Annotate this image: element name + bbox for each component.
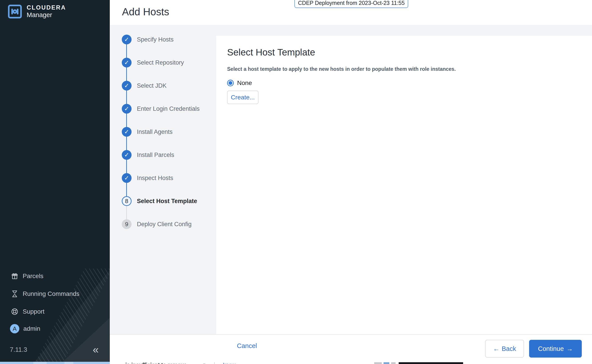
step-label: Specify Hosts <box>137 36 174 43</box>
sidebar-item-label: admin <box>23 325 40 332</box>
horizontal-scrollbar[interactable] <box>0 362 110 364</box>
step-label: Inspect Hosts <box>137 175 173 182</box>
step-label: Select JDK <box>137 82 167 89</box>
content-description: Select a host template to apply to the n… <box>227 66 456 72</box>
collapse-sidebar-icon[interactable]: « <box>93 343 99 356</box>
sidebar-item-label: Parcels <box>23 273 43 280</box>
wizard-step-select-host-template[interactable]: 8Select Host Template <box>110 196 216 206</box>
wizard-step-select-jdk[interactable]: ✓Select JDK <box>110 81 216 91</box>
create-template-button[interactable]: Create... <box>227 91 258 104</box>
step-check-icon: ✓ <box>122 150 132 160</box>
wizard-step-install-agents[interactable]: ✓Install Agents <box>110 127 216 137</box>
sidebar-item-admin[interactable]: Aadmin <box>0 320 110 338</box>
hourglass-icon <box>11 290 19 298</box>
step-number: 9 <box>122 219 132 229</box>
wizard-steps-nav: ✓Specify Hosts✓Select Repository✓Select … <box>110 25 216 334</box>
wizard-step-select-repository[interactable]: ✓Select Repository <box>110 58 216 67</box>
step-check-icon: ✓ <box>122 173 132 183</box>
step-label: Install Agents <box>137 129 173 135</box>
wizard-step-enter-login-credentials[interactable]: ✓Enter Login Credentials <box>110 104 216 114</box>
content-panel <box>216 36 592 334</box>
parcel-gift-icon <box>11 272 19 280</box>
step-number: 8 <box>122 196 132 206</box>
wizard-step-install-parcels[interactable]: ✓Install Parcels <box>110 150 216 160</box>
step-label: Enter Login Credentials <box>137 105 200 112</box>
cloudera-logo-icon <box>8 5 22 19</box>
brand-name: CLOUDERA <box>27 4 66 11</box>
brand-product: Manager <box>27 12 66 19</box>
sidebar-item-parcels[interactable]: Parcels <box>0 267 110 285</box>
radio-label: None <box>237 79 252 87</box>
step-check-icon: ✓ <box>122 81 132 91</box>
wizard-step-inspect-hosts[interactable]: ✓Inspect Hosts <box>110 173 216 183</box>
life-ring-icon <box>11 308 19 316</box>
page-header: Add Hosts CDEP Deployment from 2023-Oct-… <box>110 0 592 25</box>
version-label: 7.11.3 <box>10 346 27 353</box>
wizard-step-deploy-client-config: 9Deploy Client Config <box>110 219 216 229</box>
continue-button[interactable]: Continue → <box>529 340 582 358</box>
continue-label: Continue <box>538 345 564 352</box>
host-template-radio-none[interactable]: None <box>227 79 252 87</box>
app-sidebar: CLOUDERA Manager ParcelsRunning Commands… <box>0 0 110 364</box>
sidebar-item-support[interactable]: Support <box>0 303 110 320</box>
avatar: A <box>10 324 19 333</box>
back-button[interactable]: ← Back <box>485 340 524 358</box>
step-label: Select Host Template <box>137 198 197 205</box>
step-label: Deploy Client Config <box>137 221 192 228</box>
continue-arrow-icon: → <box>566 345 573 352</box>
step-label: Install Parcels <box>137 152 174 158</box>
deployment-badge: CDEP Deployment from 2023-Oct-23 11:55 <box>295 0 408 8</box>
step-check-icon: ✓ <box>122 104 132 114</box>
step-check-icon: ✓ <box>122 35 132 44</box>
wizard-step-specify-hosts[interactable]: ✓Specify Hosts <box>110 35 216 44</box>
cloudera-manager-logo[interactable]: CLOUDERA Manager <box>8 4 66 19</box>
content-heading: Select Host Template <box>227 47 315 58</box>
back-arrow-icon: ← <box>493 345 499 352</box>
page-title: Add Hosts <box>122 6 169 18</box>
wizard-footer: Cancel ← Back Continue → <box>110 334 592 362</box>
sidebar-item-label: Running Commands <box>23 290 79 297</box>
step-check-icon: ✓ <box>122 58 132 67</box>
step-label: Select Repository <box>137 59 184 66</box>
sidebar-item-label: Support <box>23 308 44 315</box>
back-label: Back <box>502 345 516 352</box>
cancel-link[interactable]: Cancel <box>237 342 257 350</box>
sidebar-item-running-commands[interactable]: Running Commands <box>0 285 110 303</box>
step-check-icon: ✓ <box>122 127 132 137</box>
sidebar-version-row: 7.11.3 « <box>0 343 110 358</box>
radio-button-icon[interactable] <box>227 80 234 86</box>
